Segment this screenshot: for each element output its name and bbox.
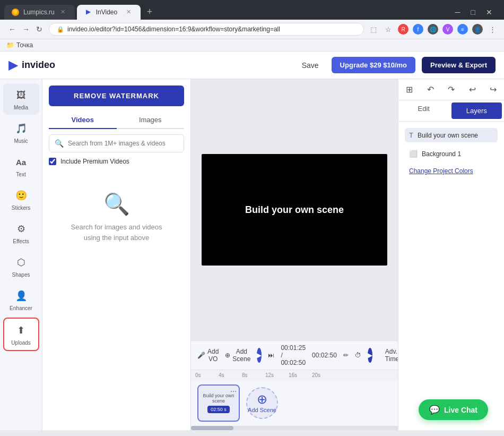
extension-icon-2[interactable]: f	[413, 24, 423, 35]
tab-videos[interactable]: Videos	[49, 112, 117, 129]
grid-view-button[interactable]: ⊞	[405, 83, 414, 96]
extension-icon-5[interactable]: ≡	[457, 24, 468, 35]
sidebar-item-shapes[interactable]: ⬡ Shapes	[3, 251, 39, 282]
redo-button-2[interactable]: ↷	[447, 83, 456, 96]
right-panel-toolbar: ⊞ ↶ ↷ ↩ ↪	[398, 79, 504, 100]
undo-button[interactable]: ↶	[426, 83, 435, 96]
music-icon: 🎵	[14, 121, 29, 136]
add-scene-tl-label: Add Scene	[232, 348, 250, 363]
sidebar-item-enhancer[interactable]: 👤 Enhancer	[3, 284, 39, 315]
add-vo-button[interactable]: 🎤 Add VO	[197, 348, 219, 363]
logo: ▶ invideo	[8, 58, 55, 72]
right-panel-tabs: Edit Layers	[398, 100, 504, 122]
remove-watermark-button[interactable]: REMOVE WATERMARK	[49, 86, 184, 106]
scene-card-1[interactable]: ⋯ Build your own scene 02:50 s	[197, 384, 240, 422]
live-chat-button[interactable]: 💬 Live Chat	[419, 399, 488, 420]
back-button[interactable]: ←	[6, 24, 18, 35]
upgrade-button[interactable]: Upgrade $29 $10/mo	[332, 57, 415, 73]
tab-lumpics[interactable]: 🟡 Lumpics.ru ✕	[4, 5, 75, 20]
search-hint-subtitle: using the input above	[84, 234, 150, 242]
sidebar-item-text[interactable]: Aa Text	[3, 150, 39, 182]
timeline-track: ⋯ Build your own scene 02:50 s ⊕ Add Sce…	[191, 380, 398, 426]
new-tab-button[interactable]: +	[143, 4, 157, 20]
sidebar-item-uploads[interactable]: ⬆ Uploads	[3, 318, 39, 351]
sidebar-item-music[interactable]: 🎵 Music	[3, 117, 39, 148]
tab-bar: 🟡 Lumpics.ru ✕ ▶ InVideo ✕ + ─ □ ✕	[0, 0, 504, 20]
rp-tab-edit[interactable]: Edit	[398, 100, 449, 121]
search-box[interactable]: 🔍	[49, 134, 184, 152]
text-label: Text	[16, 172, 25, 177]
scrollbar-thumb[interactable]	[191, 426, 233, 430]
plus-circle-icon: ⊕	[225, 352, 230, 359]
play-button-2[interactable]: ▶	[368, 348, 372, 363]
timeline-controls: 🎤 Add VO ⊕ Add Scene ▶ ⏭ 00:01:25 / 00:0…	[191, 340, 398, 370]
bookmark-icon[interactable]: ☆	[383, 24, 394, 35]
clock-icon: ⏱	[355, 352, 361, 359]
add-scene-button[interactable]: ⊕ Add Scene	[246, 387, 278, 419]
close-window-button[interactable]: ✕	[483, 7, 496, 18]
bg-layer-label: Background 1	[422, 150, 461, 158]
nav-buttons: ← → ↻	[6, 24, 45, 35]
horizontal-scrollbar[interactable]	[191, 426, 398, 430]
effects-label: Effects	[13, 238, 29, 244]
left-sidebar: 🖼 Media 🎵 Music Aa Text 🙂 Stickers ⚙ Eff…	[0, 79, 42, 430]
tab-close-lumpics[interactable]: ✕	[59, 8, 67, 16]
extension-icon-3[interactable]: 🌐	[428, 24, 438, 35]
profile-icon[interactable]: 👤	[472, 24, 483, 35]
bookmark-folder[interactable]: 📁 Точка	[6, 41, 33, 49]
edit-time-icon[interactable]: ✏	[343, 352, 349, 359]
tab-favicon-invideo: ▶	[84, 8, 92, 16]
tab-invideo[interactable]: ▶ InVideo ✕	[77, 5, 141, 20]
sidebar-item-effects[interactable]: ⚙ Effects	[3, 217, 39, 249]
effects-icon: ⚙	[14, 221, 29, 236]
undo-history-button[interactable]: ↩	[468, 83, 477, 96]
uploads-label: Uploads	[11, 340, 31, 346]
sidebar-item-media[interactable]: 🖼 Media	[3, 83, 39, 115]
play-button[interactable]: ▶	[257, 348, 262, 363]
scene-card-menu[interactable]: ⋯	[230, 388, 237, 395]
minimize-button[interactable]: ─	[452, 7, 464, 18]
ruler-16s: 16s	[289, 372, 312, 378]
change-project-colors-button[interactable]: Change Project Colors	[405, 165, 498, 177]
window-controls: ─ □ ✕	[452, 7, 500, 18]
forward-button[interactable]: →	[20, 24, 32, 35]
maximize-button[interactable]: □	[468, 7, 479, 18]
premium-videos-check[interactable]: Include Premium Videos	[49, 158, 184, 165]
translate-icon[interactable]: ⬚	[368, 24, 379, 35]
tab-close-invideo[interactable]: ✕	[125, 8, 133, 16]
ruler-marks: 0s 4s 8s 12s 16s 20s	[191, 372, 335, 378]
tab-images[interactable]: Images	[117, 112, 185, 129]
search-input[interactable]	[68, 140, 178, 147]
premium-checkbox[interactable]	[49, 158, 56, 165]
logo-text: invideo	[22, 59, 55, 71]
reload-button[interactable]: ↻	[34, 24, 45, 35]
canvas-wrapper: Build your own scene	[191, 79, 398, 340]
add-scene-icon: ⊕	[257, 393, 267, 406]
preview-export-button[interactable]: Preview & Export	[422, 57, 496, 73]
layer-text[interactable]: T Build your own scene	[405, 128, 498, 142]
rp-tab-layers[interactable]: Layers	[451, 102, 502, 119]
layer-background[interactable]: ⬜ Background 1	[405, 147, 498, 161]
video-canvas[interactable]: Build your own scene	[202, 154, 387, 266]
stickers-icon: 🙂	[14, 188, 29, 203]
sidebar-item-stickers[interactable]: 🙂 Stickers	[3, 184, 39, 215]
scene-card-time: 02:50 s	[207, 406, 230, 413]
end-time: 00:02:50	[312, 352, 337, 359]
current-time: 00:01:25 / 00:02:50	[281, 344, 306, 366]
menu-icon[interactable]: ⋮	[487, 24, 498, 35]
redo-history-button[interactable]: ↪	[489, 83, 498, 96]
add-scene-label: Add Scene	[248, 407, 276, 413]
add-scene-tl-button[interactable]: ⊕ Add Scene	[225, 348, 250, 363]
canvas-area: Build your own scene 🎤 Add VO ⊕ Add Scen…	[191, 79, 398, 430]
premium-label: Include Premium Videos	[60, 158, 129, 165]
text-layer-label: Build your own scene	[418, 132, 478, 139]
extension-icon-4[interactable]: V	[442, 24, 453, 35]
extension-icon-1[interactable]: R	[398, 24, 409, 35]
ruler-12s: 12s	[265, 372, 289, 378]
url-bar[interactable]: 🔒 invideo.io/editor?id=10456&dimension=1…	[49, 23, 364, 36]
text-layer-icon: T	[409, 131, 413, 139]
address-bar: ← → ↻ 🔒 invideo.io/editor?id=10456&dimen…	[0, 20, 504, 39]
ruler-0s: 0s	[195, 372, 219, 378]
save-button[interactable]: Save	[296, 58, 325, 73]
adv-timeline-label[interactable]: Adv. Timeline	[385, 348, 398, 363]
